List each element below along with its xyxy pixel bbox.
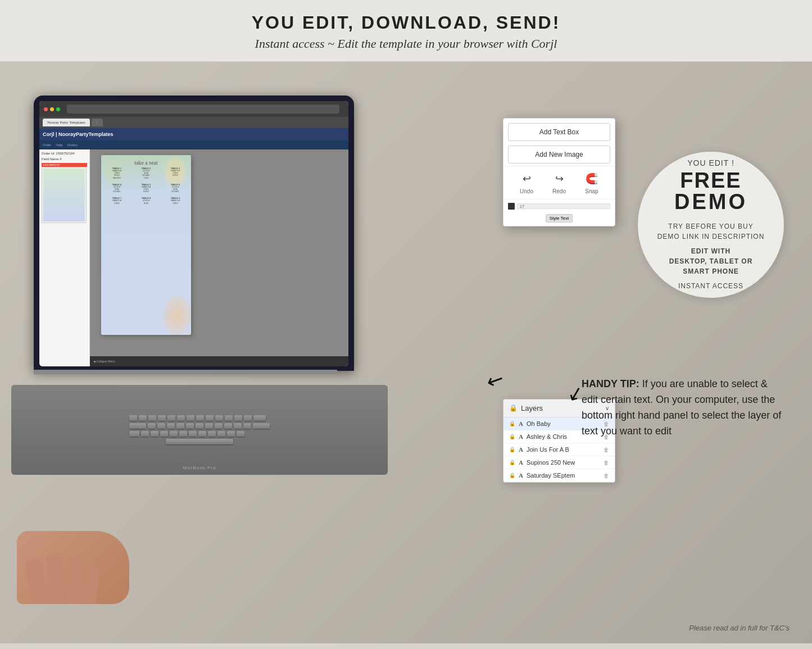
key	[179, 431, 187, 437]
incomplete-badge: ⊗ INCOMPLETE	[42, 163, 87, 167]
key	[139, 415, 147, 421]
macbook-label: MacBook Pro	[183, 465, 216, 470]
key	[217, 431, 225, 437]
corjl-thumbnail[interactable]	[42, 167, 87, 223]
key	[158, 415, 166, 421]
layer-item-supinos[interactable]: 🔒 A Supinos 250 New 🗑	[503, 456, 615, 469]
demo-line-3: EDIT WITH	[691, 246, 731, 256]
layer-type-indicator: A	[519, 433, 523, 440]
window-minimize-dot	[50, 107, 54, 111]
key	[167, 415, 175, 421]
layer-item-saturday[interactable]: 🔒 A Saturday SEptem 🗑	[503, 469, 615, 482]
table-names: SAMANTHAJONESDEREK	[133, 186, 160, 193]
layer-name-supinos: Supinos 250 New	[527, 459, 600, 466]
layer-lock-icon: 🔒	[509, 421, 515, 426]
key	[234, 423, 242, 429]
key	[253, 423, 270, 429]
key	[186, 423, 194, 429]
key	[196, 423, 203, 429]
layer-type-indicator: A	[519, 472, 523, 479]
layers-lock-icon: 🔒	[509, 404, 518, 412]
seating-tables: TABLE 1 SAMANTHAJONESDEREKMANNING TABLE …	[101, 167, 191, 206]
snap-icon: 🧲	[584, 171, 600, 187]
top-banner: YOU EDIT, DOWNLOAD, SEND! Instant access…	[0, 0, 812, 62]
key	[253, 415, 266, 421]
key	[234, 415, 242, 421]
table-section: TABLE 2 JESSICAALBAMICHAELCHEN	[133, 167, 160, 179]
key	[160, 431, 168, 437]
key	[206, 415, 214, 421]
add-new-image-button[interactable]: Add New Image	[508, 146, 610, 164]
layer-delete-icon[interactable]: 🗑	[604, 447, 609, 453]
layer-item-join-us[interactable]: 🔒 A Join Us For A B 🗑	[503, 443, 615, 456]
seating-chart-preview: take a seat TABLE 1 SAMANTHAJONESDEREKMA…	[101, 155, 191, 335]
table-names: JESSICAALBAMICHAELCHEN	[133, 170, 160, 179]
url-bar[interactable]	[67, 105, 339, 114]
key	[224, 423, 232, 429]
thumbnail-content	[43, 169, 85, 221]
redo-label: Redo	[552, 188, 566, 194]
main-title: YOU EDIT, DOWNLOAD, SEND!	[0, 12, 812, 33]
demo-line-6: INSTANT ACCESS	[678, 281, 743, 291]
collapse-menu[interactable]: ◀ Collapse Menu	[93, 360, 115, 363]
corjl-nav-item: Order	[43, 143, 51, 147]
key	[208, 431, 216, 437]
font-size-input[interactable]: 17	[517, 203, 610, 209]
key	[148, 423, 156, 429]
table-names: SAMANTHAJONES	[162, 199, 189, 204]
corjl-main: Order Id: 1509752194 Field Name # ⊗ INCO…	[39, 149, 348, 366]
demo-demo-text: DEMO	[674, 191, 747, 212]
handy-tip-text: HANDY TIP: If you are unable to select &…	[582, 376, 784, 439]
window-close-dot	[44, 107, 48, 111]
table-section: TABLE 3 SAMANTHAJONESDEREK	[162, 167, 189, 179]
key	[227, 431, 235, 437]
table-names: JESSICAALBAMICHAEL	[103, 186, 130, 193]
table-names: JESSICAALBAMICHAEL	[162, 186, 189, 193]
corjl-canvas[interactable]: take a seat TABLE 1 SAMANTHAJONESDEREKMA…	[90, 149, 348, 366]
browser-tab-active[interactable]: Nooray Party Templates	[43, 119, 90, 126]
hand-area	[17, 531, 140, 610]
seating-chart-title: take a seat	[101, 160, 191, 166]
demo-you-edit-text: YOU EDIT !	[687, 158, 734, 167]
key	[148, 415, 156, 421]
layer-lock-icon: 🔒	[509, 447, 515, 452]
key	[243, 423, 251, 429]
corjl-toolbar: Corjl | NoorayPartyTemplates	[39, 128, 348, 140]
color-swatch[interactable]	[508, 203, 515, 210]
bottom-toolbar: ◀ Collapse Menu	[90, 356, 348, 366]
key	[189, 431, 197, 437]
table-names: JESSICAALBA	[133, 199, 160, 204]
table-section: TABLE 7 SAMANTHAJONES	[103, 197, 130, 204]
key	[198, 431, 206, 437]
browser-tabs: Nooray Party Templates +	[39, 117, 348, 128]
demo-free-text: FREE	[680, 170, 741, 191]
table-section: TABLE 1 SAMANTHAJONESDEREKMANNING	[103, 167, 130, 179]
key	[176, 423, 184, 429]
key	[244, 415, 252, 421]
main-content: Nooray Party Templates + Corjl | NoorayP…	[0, 62, 812, 643]
browser-bar	[39, 101, 348, 117]
layer-delete-icon[interactable]: 🗑	[604, 460, 609, 466]
key	[215, 415, 223, 421]
undo-label: Undo	[520, 188, 533, 194]
corjl-sidebar: Order Id: 1509752194 Field Name # ⊗ INCO…	[39, 149, 90, 366]
disclaimer-text: Please read ad in full for T&C's	[689, 624, 790, 632]
redo-tool[interactable]: ↪ Redo	[551, 171, 567, 194]
table-section: TABLE 9 SAMANTHAJONES	[162, 197, 189, 204]
add-text-box-button[interactable]: Add Text Box	[508, 123, 610, 141]
order-id: Order Id: 1509752194	[42, 152, 87, 155]
corjl-popup-panel: Add Text Box Add New Image ↩ Undo ↪ Redo…	[503, 118, 615, 226]
key	[157, 423, 165, 429]
table-names: SAMANTHAJONESDEREK	[162, 170, 189, 177]
field-name: Field Name #	[42, 157, 87, 161]
browser-tab-inactive[interactable]: +	[92, 119, 103, 126]
layer-delete-icon[interactable]: 🗑	[604, 473, 609, 479]
snap-tool[interactable]: 🧲 Snap	[584, 171, 600, 194]
layer-type-indicator: A	[519, 420, 523, 427]
style-text-button[interactable]: Style Text	[508, 212, 610, 223]
key	[196, 415, 204, 421]
free-demo-circle: YOU EDIT ! FREE DEMO TRY BEFORE YOU BUY …	[638, 152, 784, 298]
undo-tool[interactable]: ↩ Undo	[519, 171, 534, 194]
text-edit-controls: 17 Style Text	[503, 199, 615, 226]
key	[167, 423, 175, 429]
